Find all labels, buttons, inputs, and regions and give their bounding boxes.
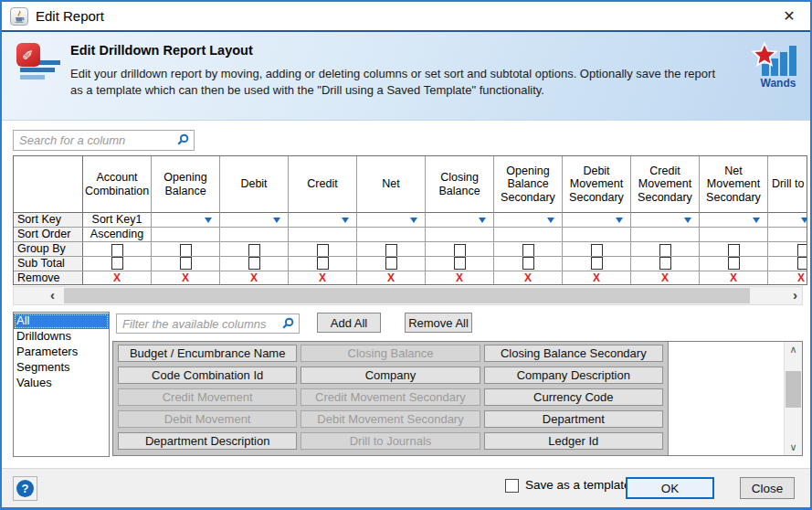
group-by-checkbox[interactable] <box>659 244 671 257</box>
sub-total-checkbox[interactable] <box>659 257 671 270</box>
sub-total-checkbox[interactable] <box>248 257 260 270</box>
group-by-checkbox[interactable] <box>385 244 397 257</box>
sub-total-checkbox[interactable] <box>454 257 466 270</box>
remove-column-button[interactable]: X <box>494 271 563 285</box>
group-by-checkbox[interactable] <box>248 244 260 257</box>
sub-total-checkbox[interactable] <box>111 257 123 270</box>
sort-key-row-cell[interactable] <box>563 213 631 228</box>
sort-dropdown-arrow-icon[interactable] <box>684 218 691 223</box>
sort-key-row-cell[interactable] <box>426 213 494 228</box>
vertical-scrollbar-thumb[interactable] <box>786 371 801 408</box>
group-by-checkbox[interactable] <box>591 244 603 257</box>
available-column-button[interactable]: Department Description <box>118 432 297 450</box>
available-column-button[interactable]: Credit Movement <box>118 388 297 406</box>
available-column-button[interactable]: Drill to Journals <box>301 432 480 450</box>
available-column-button[interactable]: Company Description <box>484 367 663 384</box>
category-item-drilldowns[interactable]: Drilldowns <box>14 329 109 345</box>
footer-bar: ? Save as a template OK Close <box>2 468 810 507</box>
sort-key-row-cell[interactable]: Sort Key1 <box>83 213 152 228</box>
remove-column-button[interactable]: X <box>220 271 289 285</box>
available-column-button[interactable]: Code Combination Id <box>118 367 297 384</box>
sub-total-checkbox[interactable] <box>317 257 329 270</box>
remove-column-button[interactable]: X <box>83 271 152 285</box>
horizontal-scrollbar-thumb[interactable] <box>64 288 750 303</box>
sort-key-row-cell[interactable] <box>700 213 768 228</box>
sort-key-row-cell[interactable] <box>631 213 700 228</box>
sub-total-checkbox[interactable] <box>522 257 534 270</box>
remove-column-button[interactable]: X <box>768 271 807 285</box>
sort-key-row-cell[interactable] <box>494 213 563 228</box>
category-item-values[interactable]: Values <box>14 376 109 391</box>
filter-columns-input[interactable] <box>116 313 300 334</box>
remove-all-button[interactable]: Remove All <box>405 313 472 333</box>
horizontal-scrollbar[interactable]: ‹ › <box>13 286 803 305</box>
sort-dropdown-arrow-icon[interactable] <box>205 218 212 223</box>
sub-total-checkbox[interactable] <box>385 257 397 270</box>
sort-dropdown-arrow-icon[interactable] <box>753 218 760 223</box>
available-column-button[interactable]: Company <box>301 367 480 384</box>
group-by-row-cell <box>220 242 289 257</box>
sort-dropdown-arrow-icon[interactable] <box>801 218 807 223</box>
remove-column-button[interactable]: X <box>700 271 768 285</box>
remove-column-button[interactable]: X <box>357 271 426 285</box>
column-header: Account Combination <box>83 156 152 213</box>
group-by-row-cell <box>357 242 426 257</box>
sub-total-checkbox[interactable] <box>728 257 740 270</box>
search-column-input[interactable] <box>13 130 195 151</box>
close-button[interactable]: Close <box>740 477 795 499</box>
available-column-button[interactable]: Closing Balance Secondary <box>484 345 663 362</box>
column-header: Debit Movement Secondary <box>563 156 631 213</box>
category-list: AllDrilldownsParametersSegmentsValues <box>13 312 110 457</box>
ok-button[interactable]: OK <box>626 477 714 499</box>
sort-dropdown-arrow-icon[interactable] <box>410 218 417 223</box>
available-column-button[interactable]: Closing Balance <box>301 345 480 362</box>
save-template-checkbox[interactable] <box>505 479 519 493</box>
sort-key-row: Sort KeySort Key1 <box>14 213 807 228</box>
available-column-button[interactable]: Budget / Encumbrance Name <box>118 345 297 362</box>
group-by-checkbox[interactable] <box>522 244 534 257</box>
help-button[interactable]: ? <box>13 476 37 501</box>
sort-key-row-cell[interactable] <box>357 213 426 228</box>
sort-dropdown-arrow-icon[interactable] <box>616 218 623 223</box>
available-column-button[interactable]: Debit Movement <box>118 410 297 428</box>
sort-dropdown-arrow-icon[interactable] <box>273 218 280 223</box>
available-column-button[interactable]: Credit Movement Secondary <box>301 388 480 406</box>
scroll-down-icon[interactable]: ∨ <box>785 441 802 453</box>
group-by-row-cell <box>563 242 631 257</box>
group-by-checkbox[interactable] <box>111 244 123 257</box>
remove-column-button[interactable]: X <box>152 271 220 285</box>
scroll-up-icon[interactable]: ∧ <box>785 344 802 356</box>
group-by-row-cell <box>83 242 152 257</box>
category-item-all[interactable]: All <box>14 313 109 329</box>
category-item-segments[interactable]: Segments <box>14 360 109 376</box>
group-by-checkbox[interactable] <box>317 244 329 257</box>
sub-total-checkbox[interactable] <box>180 257 192 270</box>
vertical-scrollbar[interactable]: ∧ ∨ <box>784 342 802 455</box>
available-column-button[interactable]: Currency Code <box>484 388 663 406</box>
sort-key-row-cell[interactable] <box>289 213 357 228</box>
available-column-button[interactable]: Department <box>484 410 663 428</box>
sub-total-checkbox[interactable] <box>797 257 807 270</box>
sort-key-row-cell[interactable] <box>220 213 289 228</box>
remove-column-button[interactable]: X <box>289 271 357 285</box>
scroll-left-icon[interactable]: ‹ <box>50 287 55 304</box>
sort-dropdown-arrow-icon[interactable] <box>479 218 486 223</box>
scroll-right-icon[interactable]: › <box>793 287 797 304</box>
group-by-checkbox[interactable] <box>180 244 192 257</box>
group-by-checkbox[interactable] <box>728 244 740 257</box>
sort-dropdown-arrow-icon[interactable] <box>342 218 349 223</box>
window-close-button[interactable]: ✕ <box>768 2 810 30</box>
remove-column-button[interactable]: X <box>563 271 631 285</box>
available-column-button[interactable]: Ledger Id <box>484 432 663 450</box>
sub-total-checkbox[interactable] <box>591 257 603 270</box>
add-all-button[interactable]: Add All <box>317 313 381 333</box>
group-by-checkbox[interactable] <box>454 244 466 257</box>
remove-column-button[interactable]: X <box>631 271 700 285</box>
category-item-parameters[interactable]: Parameters <box>14 345 109 360</box>
sort-key-row-cell[interactable] <box>768 213 807 228</box>
sort-key-row-cell[interactable] <box>152 213 220 228</box>
group-by-checkbox[interactable] <box>797 244 807 257</box>
available-column-button[interactable]: Debit Movement Secondary <box>301 410 480 428</box>
remove-column-button[interactable]: X <box>426 271 494 285</box>
sort-dropdown-arrow-icon[interactable] <box>547 218 554 223</box>
